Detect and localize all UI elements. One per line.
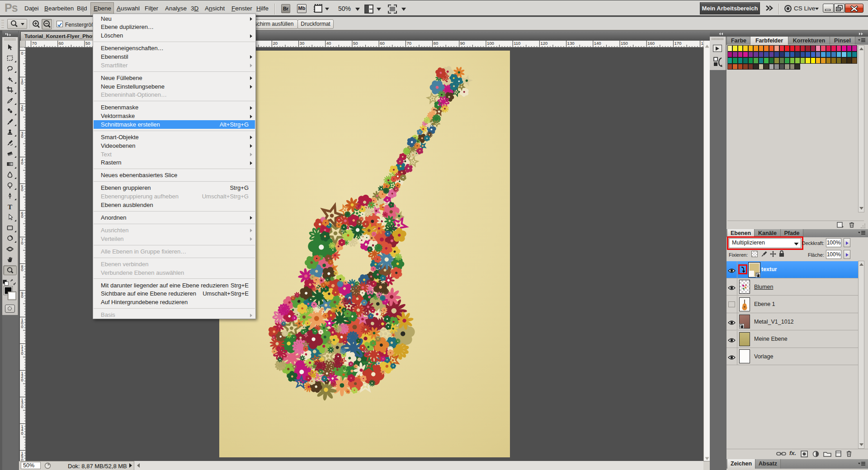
svg-text:50: 50 [85, 41, 90, 46]
svg-text:0: 0 [21, 188, 24, 192]
svg-text:30: 30 [300, 41, 305, 46]
svg-text:0: 0 [21, 81, 24, 85]
svg-text:110: 110 [514, 41, 520, 46]
svg-text:0: 0 [21, 134, 24, 139]
svg-text:90: 90 [460, 41, 465, 46]
svg-text:0: 0 [21, 404, 24, 409]
svg-text:150: 150 [621, 41, 628, 46]
svg-text:120: 120 [540, 41, 547, 46]
svg-text:60: 60 [380, 41, 385, 46]
svg-text:0: 0 [21, 378, 24, 382]
svg-text:0: 0 [21, 351, 24, 356]
svg-text:0: 0 [21, 431, 24, 436]
svg-text:0: 0 [21, 294, 24, 299]
svg-text:50: 50 [353, 41, 358, 46]
svg-text:170: 170 [674, 41, 681, 46]
svg-text:0: 0 [21, 268, 24, 272]
svg-text:0: 0 [21, 161, 24, 165]
svg-text:T: T [8, 203, 12, 210]
svg-text:0: 0 [21, 108, 24, 112]
svg-text:0: 0 [21, 241, 24, 245]
svg-text:0: 0 [21, 214, 24, 219]
svg-text:40: 40 [326, 41, 331, 46]
svg-text:20: 20 [273, 41, 278, 46]
svg-text:160: 160 [647, 41, 655, 46]
svg-text:130: 130 [567, 41, 575, 46]
svg-text:0: 0 [21, 324, 24, 329]
svg-text:70: 70 [32, 41, 37, 46]
svg-text:0: 0 [21, 51, 24, 56]
svg-text:0: 0 [21, 458, 24, 461]
svg-text:100: 100 [487, 41, 494, 46]
svg-text:80: 80 [434, 41, 439, 46]
svg-text:60: 60 [59, 41, 64, 46]
svg-text:140: 140 [594, 41, 601, 46]
svg-text:70: 70 [406, 41, 411, 46]
